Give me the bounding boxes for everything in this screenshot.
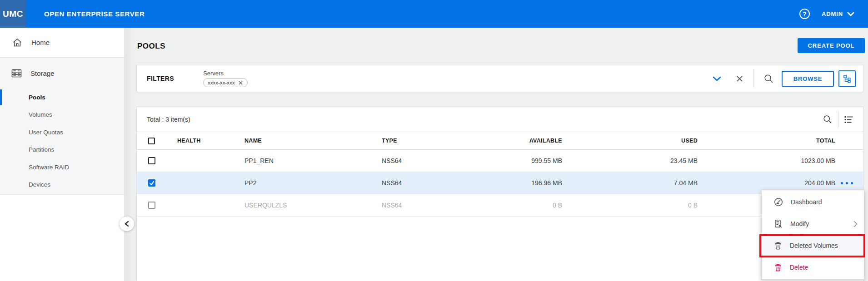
pool-type-cell: NSS64	[382, 157, 454, 164]
row-context-menu: Dashboard Modify Deleted Volumes Delete	[761, 190, 864, 280]
context-menu-item-dashboard[interactable]: Dashboard	[762, 191, 864, 213]
row-actions-menu-icon[interactable]	[841, 182, 863, 184]
total-cell: 204.00 MB	[698, 179, 835, 187]
sidebar-item-devices[interactable]: Devices	[0, 176, 124, 194]
table-tools	[823, 111, 863, 128]
sidebar: Home Storage PoolsVolumesUser QuotasPart…	[0, 28, 124, 281]
table-search-icon[interactable]	[823, 115, 832, 124]
server-filter-chip-label: xxxx-xx-xxx	[208, 80, 234, 85]
used-cell: 7.04 MB	[562, 179, 698, 187]
sidebar-item-user-quotas[interactable]: User Quotas	[0, 123, 124, 141]
row-checkbox[interactable]	[148, 157, 155, 164]
servers-filter-label: Servers	[203, 70, 247, 77]
user-menu[interactable]: ADMIN	[822, 10, 854, 17]
used-cell: 23.45 MB	[562, 157, 698, 164]
sidebar-item-pools[interactable]: Pools	[0, 89, 124, 106]
page-title: POOLS	[137, 42, 165, 51]
available-cell: 999.55 MB	[454, 157, 562, 164]
table-row[interactable]: USERQULZLS NSS64 0 B 0 B	[137, 194, 863, 217]
pool-name-cell: PP2	[244, 179, 382, 187]
column-header-type[interactable]: TYPE	[382, 138, 454, 144]
sidebar-item-volumes[interactable]: Volumes	[0, 106, 124, 124]
context-menu-item-label: Deleted Volumes	[790, 242, 838, 249]
sidebar-gutter	[124, 28, 136, 281]
context-menu-item-delete[interactable]: Delete	[762, 256, 864, 278]
storage-section: Storage PoolsVolumesUser QuotasPartition…	[0, 58, 124, 195]
table-body: PP1_REN NSS64 999.55 MB 23.45 MB 1023.00…	[137, 150, 863, 217]
table-summary-bar: Total : 3 item(s)	[137, 107, 863, 132]
sidebar-item-storage[interactable]: Storage	[0, 58, 124, 89]
sidebar-home-label: Home	[31, 39, 50, 46]
product-title: OPEN ENTERPRISE SERVER	[44, 10, 145, 18]
column-header-available[interactable]: AVAILABLE	[454, 138, 562, 144]
home-icon	[12, 38, 22, 47]
available-cell: 196.96 MB	[454, 179, 562, 187]
divider	[838, 111, 838, 128]
pools-table: Total : 3 item(s)	[136, 107, 863, 281]
divider	[753, 69, 754, 88]
trash-icon	[774, 263, 782, 272]
available-cell: 0 B	[454, 202, 562, 209]
pool-name-cell: USERQULZLS	[244, 202, 382, 209]
sidebar-item-partitions[interactable]: Partitions	[0, 141, 124, 159]
column-header-health[interactable]: HEALTH	[164, 138, 244, 144]
view-options-icon[interactable]	[844, 116, 853, 123]
dashboard-icon	[774, 197, 783, 207]
context-menu-item-modify[interactable]: Modify	[762, 213, 864, 235]
trash-icon	[774, 242, 782, 250]
main-content: POOLS CREATE POOL FILTERS Servers xxxx-x…	[136, 28, 864, 281]
select-all-checkbox[interactable]	[148, 138, 155, 144]
filters-actions: BROWSE	[713, 69, 863, 88]
filters-search-icon[interactable]	[764, 74, 773, 84]
storage-nav: PoolsVolumesUser QuotasPartitionsSoftwar…	[0, 89, 124, 193]
topbar-right: ? ADMIN	[799, 0, 854, 28]
row-checkbox[interactable]	[148, 179, 155, 187]
umc-logo[interactable]: UMC	[0, 0, 26, 28]
column-header-used[interactable]: USED	[562, 138, 698, 144]
context-menu-item-label: Modify	[790, 220, 809, 227]
total-cell: 1023.00 MB	[698, 157, 835, 164]
sidebar-collapse-button[interactable]	[120, 217, 134, 231]
pool-name-cell: PP1_REN	[244, 157, 382, 164]
tree-icon	[843, 74, 852, 83]
filters-clear-icon[interactable]	[736, 75, 743, 83]
context-menu-item-deleted-volumes[interactable]: Deleted Volumes	[762, 235, 864, 256]
pool-type-cell: NSS64	[382, 202, 454, 209]
table-header-row: HEALTH NAME TYPE AVAILABLE USED TOTAL	[137, 132, 863, 150]
storage-icon	[11, 69, 22, 78]
chevron-down-icon	[847, 12, 854, 16]
object-tree-button[interactable]	[838, 70, 856, 87]
used-cell: 0 B	[562, 202, 698, 209]
row-checkbox[interactable]	[148, 202, 155, 209]
table-row[interactable]: PP1_REN NSS64 999.55 MB 23.45 MB 1023.00…	[137, 150, 863, 172]
filters-bar: FILTERS Servers xxxx-xx-xxx	[136, 65, 863, 92]
servers-filter-group: Servers xxxx-xx-xxx	[203, 70, 247, 87]
filters-label: FILTERS	[147, 75, 174, 82]
app-window: UMC OPEN ENTERPRISE SERVER ? ADMIN Home	[0, 0, 868, 281]
sidebar-item-home[interactable]: Home	[0, 28, 124, 58]
modify-icon	[774, 219, 783, 228]
browse-button[interactable]: BROWSE	[782, 71, 834, 87]
user-menu-label: ADMIN	[822, 10, 843, 17]
column-header-total[interactable]: TOTAL	[698, 138, 835, 144]
create-pool-button[interactable]: CREATE POOL	[798, 38, 865, 53]
server-filter-chip[interactable]: xxxx-xx-xxx	[203, 78, 247, 87]
pool-type-cell: NSS64	[382, 179, 454, 187]
context-menu-item-label: Dashboard	[791, 198, 822, 206]
chip-remove-icon[interactable]	[238, 80, 243, 85]
filters-expand-chevron-icon[interactable]	[713, 76, 721, 81]
column-header-name[interactable]: NAME	[244, 138, 382, 144]
sidebar-item-software-raid[interactable]: Software RAID	[0, 158, 124, 176]
sidebar-storage-label: Storage	[30, 69, 55, 77]
chevron-right-icon	[853, 221, 858, 227]
top-bar: UMC OPEN ENTERPRISE SERVER ? ADMIN	[0, 0, 868, 28]
total-items-label: Total : 3 item(s)	[147, 116, 190, 123]
help-icon[interactable]: ?	[799, 9, 810, 19]
chevron-left-icon	[125, 221, 129, 227]
context-menu-item-label: Delete	[790, 264, 808, 271]
table-row[interactable]: PP2 NSS64 196.96 MB 7.04 MB 204.00 MB	[137, 172, 863, 194]
